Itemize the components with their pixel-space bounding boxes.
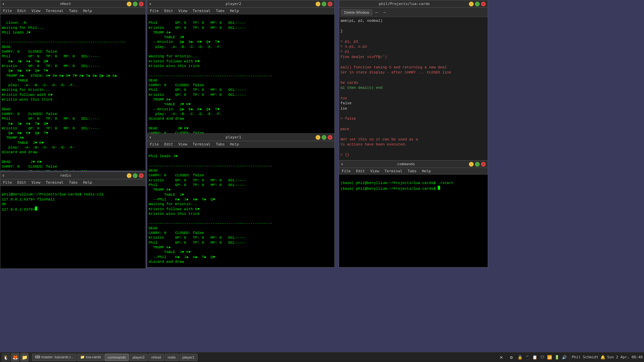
redis-terminal[interactable]: phil@beryllium:~/Projects/lua-cards$ red… xyxy=(0,186,146,268)
redis-menu-file[interactable]: File xyxy=(2,180,13,185)
sys-icon-wifi[interactable]: 📶 xyxy=(547,354,553,360)
player2-menu-terminal[interactable]: Terminal xyxy=(192,9,212,13)
player2-menu-tabs[interactable]: Tabs xyxy=(214,9,226,13)
redis-maximize[interactable]: □ xyxy=(133,173,138,178)
commands-close[interactable]: ✕ xyxy=(481,162,486,167)
sys-icon-phone[interactable]: 📱 xyxy=(525,354,531,360)
redis-menu-view[interactable]: View xyxy=(30,180,42,185)
redis-close[interactable]: ✕ xyxy=(139,173,144,178)
nhost-close[interactable]: ✕ xyxy=(139,2,144,6)
nhost-window: ∨ nHost − □ ✕ File Edit View Terminal Ta… xyxy=(0,0,146,171)
redis-menu-edit[interactable]: Edit xyxy=(16,180,28,185)
sys-icon-volume[interactable]: 🔊 xyxy=(561,354,568,360)
commands-menu-terminal[interactable]: Terminal xyxy=(383,169,404,173)
player1-terminal[interactable]: Phil leads J♥ --------------------------… xyxy=(147,148,334,267)
player1-chevron[interactable]: ∨ xyxy=(149,135,151,139)
player1-menu-terminal[interactable]: Terminal xyxy=(192,142,212,146)
player2-menu-view[interactable]: View xyxy=(177,9,189,13)
player2-chevron[interactable]: ∨ xyxy=(149,2,151,6)
commands-menu-help[interactable]: Help xyxy=(421,169,432,173)
editor-minimize[interactable]: − xyxy=(469,2,474,6)
sys-icon-notification[interactable]: 🔔 xyxy=(600,354,606,360)
delete-window-button[interactable]: Delete-Window xyxy=(341,9,372,15)
player2-menu-help[interactable]: Help xyxy=(229,9,240,13)
taskbar-app-icon-3[interactable]: 📁 xyxy=(20,353,29,362)
redis-menu-terminal[interactable]: Terminal xyxy=(45,180,65,185)
player1-window: ∨ player1 − □ ✕ File Edit View Terminal … xyxy=(147,133,335,267)
player1-maximize[interactable]: □ xyxy=(322,135,326,140)
player1-menu-tabs[interactable]: Tabs xyxy=(214,142,226,146)
player2-menubar: File Edit View Terminal Tabs Help xyxy=(147,8,334,14)
nhost-menu-tabs[interactable]: Tabs xyxy=(67,9,79,13)
nhost-minimize[interactable]: − xyxy=(127,2,131,6)
taskbar-btn-player1[interactable]: player1 xyxy=(179,354,198,361)
player2-close[interactable]: ✕ xyxy=(328,2,332,6)
taskbar-settings-icon[interactable]: ⚙ xyxy=(507,353,516,362)
commands-menu-tabs[interactable]: Tabs xyxy=(406,169,418,173)
sys-icon-lock[interactable]: 🔒 xyxy=(517,354,523,360)
commands-menu-file[interactable]: File xyxy=(340,169,352,173)
taskbar-close-icon[interactable]: ✕ xyxy=(497,353,506,362)
taskbar-btn-player2[interactable]: player2 xyxy=(129,354,148,361)
player1-menubar: File Edit View Terminal Tabs Help xyxy=(147,141,334,148)
commands-maximize[interactable]: □ xyxy=(475,162,480,167)
nhost-menu-view[interactable]: View xyxy=(30,9,42,13)
sys-icon-shield[interactable]: 🛡 xyxy=(539,354,545,360)
taskbar-btn-commands[interactable]: commands xyxy=(105,354,129,361)
player1-close[interactable]: ✕ xyxy=(328,135,332,140)
player2-maximize[interactable]: □ xyxy=(322,2,326,6)
taskbar-btn-luacards[interactable]: ⌨ master: luacards.l... xyxy=(32,354,76,361)
taskbar-app-icon-1[interactable]: 🐧 xyxy=(1,353,10,362)
sys-icon-battery[interactable]: 🔋 xyxy=(554,354,560,360)
redis-chevron[interactable]: ∨ xyxy=(2,174,4,177)
nhost-menu-edit[interactable]: Edit xyxy=(16,9,28,13)
player1-menu-file[interactable]: File xyxy=(149,142,160,146)
commands-titlebar: ∨ commands − □ ✕ xyxy=(339,161,488,168)
nhost-menu-terminal[interactable]: Terminal xyxy=(45,9,65,13)
player2-window: ∨ player2 − □ ✕ File Edit View Terminal … xyxy=(147,0,335,134)
taskbar-divider-1 xyxy=(30,354,31,361)
player2-title: player2 xyxy=(153,2,314,6)
taskbar-btn-nhost[interactable]: nHost xyxy=(148,354,164,361)
nhost-menu-help[interactable]: Help xyxy=(82,9,94,13)
nhost-menu-file[interactable]: File xyxy=(2,9,13,13)
commands-minimize[interactable]: − xyxy=(469,162,474,167)
taskbar-btn-lua-cards-folder[interactable]: 📁 lua-cards xyxy=(77,354,104,361)
player2-minimize[interactable]: − xyxy=(316,2,320,6)
redis-menu-help[interactable]: Help xyxy=(82,180,94,185)
editor-maximize[interactable]: □ xyxy=(475,2,480,6)
nhost-chevron[interactable]: ∨ xyxy=(2,2,4,6)
nhost-maximize[interactable]: □ xyxy=(133,2,138,6)
redis-title: redis xyxy=(6,173,125,178)
player1-titlebar: ∨ player1 − □ ✕ xyxy=(147,134,334,141)
commands-window: ∨ commands − □ ✕ File Edit View Terminal… xyxy=(339,160,488,267)
player1-menu-view[interactable]: View xyxy=(177,142,189,146)
editor-window: phil/Projects/lua-cards − □ ✕ Delete-Win… xyxy=(339,0,488,161)
player2-terminal[interactable]: Phil GP: 0 TP: 0 MP: 0 DCL:---- Kristin … xyxy=(147,14,334,134)
commands-title: commands xyxy=(344,162,468,166)
redis-minimize[interactable]: − xyxy=(127,173,131,178)
redis-titlebar: ∨ redis − □ ✕ xyxy=(0,172,146,179)
sys-icon-clipboard[interactable]: 📋 xyxy=(532,354,538,360)
taskbar-btn-redis[interactable]: redis xyxy=(165,354,179,361)
commands-menu-edit[interactable]: Edit xyxy=(355,169,367,173)
editor-back-button[interactable]: ← xyxy=(374,10,380,15)
nhost-menubar: File Edit View Terminal Tabs Help xyxy=(0,8,146,14)
player2-menu-edit[interactable]: Edit xyxy=(163,9,175,13)
taskbar-username: Phil Schmidt xyxy=(572,355,598,359)
player1-menu-help[interactable]: Help xyxy=(229,142,240,146)
editor-content[interactable]: ame(p1, p2, nodeal) } = p1, p2 = o.p1, o… xyxy=(339,17,488,161)
nhost-terminal[interactable]: close: -N- Waiting for Phil... Phil lead… xyxy=(0,14,146,171)
player1-menu-edit[interactable]: Edit xyxy=(163,142,175,146)
player2-menu-file[interactable]: File xyxy=(149,9,160,13)
player1-minimize[interactable]: − xyxy=(316,135,320,140)
commands-chevron[interactable]: ∨ xyxy=(341,162,343,166)
player1-title: player1 xyxy=(153,135,314,139)
taskbar-app-icon-2[interactable]: 🦊 xyxy=(11,353,19,362)
redis-menu-tabs[interactable]: Tabs xyxy=(67,180,79,185)
editor-close[interactable]: ✕ xyxy=(481,2,486,6)
taskbar: 🐧 🦊 📁 ⌨ master: luacards.l... 📁 lua-card… xyxy=(0,352,644,362)
editor-forward-button[interactable]: → xyxy=(381,10,388,15)
commands-terminal[interactable]: (base) phil@beryllium:~/Projects/lua-car… xyxy=(339,175,488,267)
commands-menu-view[interactable]: View xyxy=(369,169,381,173)
